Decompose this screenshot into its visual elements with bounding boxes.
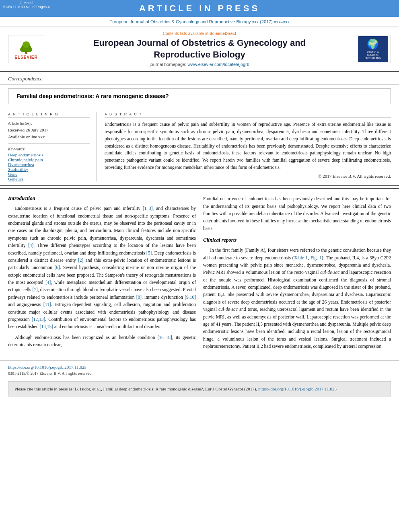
ref-14-15[interactable]: [14,15] (40, 324, 53, 329)
elsevier-tree-icon (16, 39, 36, 55)
citation-link[interactable]: https://doi.org/10.1016/j.ejogrb.2017.11… (258, 386, 337, 391)
ref-7[interactable]: [7] (32, 287, 37, 292)
article-info-label: A R T I C L E I N F O (8, 112, 90, 118)
doi-link[interactable]: https://doi.org/10.1016/j.ejogrb.2017.11… (8, 365, 86, 370)
intro-heading: Introduction (8, 195, 196, 201)
available-online: Available online xxx (8, 134, 90, 140)
ref-11[interactable]: [11] (43, 302, 51, 307)
abstract-copyright: © 2017 Elsevier B.V. All rights reserved… (105, 174, 391, 179)
ref-1-3[interactable]: [1–3] (143, 206, 153, 211)
ref-12-13[interactable]: [12,13] (32, 317, 45, 322)
journal-header: ELSEVIER Contents lists available at Sci… (0, 27, 399, 72)
ref-4[interactable]: [4] (28, 243, 33, 248)
journal-homepage: journal homepage: www.elsevier.com/locat… (44, 62, 355, 67)
homepage-link[interactable]: www.elsevier.com/locate/ejogrb (187, 62, 249, 67)
aip-banner-title: ARTICLE IN PRESS (139, 3, 260, 13)
ref-5[interactable]: [5] (146, 251, 152, 255)
ejog-logo: 🌍 OBSTET &GYNECOLREPROD BIOL (358, 36, 388, 62)
citation-box: Please cite this article in press as: B.… (8, 381, 391, 397)
ref-2[interactable]: [2] (78, 258, 83, 263)
ref-4b[interactable]: [4] (45, 280, 51, 285)
history-label: Article history: (8, 121, 90, 125)
ref-16-18[interactable]: [16–18] (157, 335, 172, 340)
article-info-left: A R T I C L E I N F O Article history: R… (8, 112, 97, 181)
ejog-logo-text: OBSTET &GYNECOLREPROD BIOL (364, 51, 381, 60)
article-title-box: Familial deep endometriosis: A rare mono… (8, 88, 391, 104)
sciencedirect-line: Contents lists available at ScienceDirec… (44, 31, 355, 36)
journal-subtitle-bar: European Journal of Obstetrics & Gynecol… (0, 17, 399, 27)
clinical-text: In the first family (Family A), four sis… (203, 246, 391, 350)
svg-point-4 (23, 41, 30, 48)
correspondence-label: Correspondence (8, 76, 42, 82)
keyword-5[interactable]: Gene (8, 172, 90, 177)
ref-9-10[interactable]: [9,10] (185, 295, 196, 300)
main-content: Introduction Endometriosis is a frequent… (0, 188, 399, 356)
intro-para2: Although endometriosis has been recogniz… (8, 334, 196, 349)
ref-fig1[interactable]: Fig. 1 (311, 255, 322, 260)
intro-para1: Endometriosis is a frequent cause of pel… (8, 205, 196, 331)
received-date: Received 26 July 2017 (8, 127, 90, 134)
journal-title-center: Contents lists available at ScienceDirec… (44, 31, 355, 67)
article-info-row: A R T I C L E I N F O Article history: R… (0, 108, 399, 185)
ref-6[interactable]: [6] (54, 265, 60, 270)
col-right: Familial occurrence of endometriosis has… (203, 195, 391, 350)
ref-table1[interactable]: Table 1 (294, 255, 308, 260)
globe-icon: 🌍 (367, 39, 379, 50)
elsevier-text: ELSEVIER (14, 55, 37, 60)
journal-subtitle-link[interactable]: European Journal of Obstetrics & Gynecol… (109, 19, 290, 24)
correspondence-section: Correspondence (0, 72, 399, 84)
keyword-6[interactable]: Genetics (8, 177, 90, 181)
aip-banner: G Model EURO 10130 No. of Pages 4 ARTICL… (0, 0, 399, 17)
elsevier-logo: ELSEVIER (8, 35, 44, 63)
article-info-right: A B S T R A C T Endometriosis is a frequ… (105, 112, 391, 181)
ref-8[interactable]: [8] (136, 295, 142, 300)
doi-rights: 0301-2115/© 2017 Elsevier B.V. All right… (8, 371, 391, 376)
abstract-label: A B S T R A C T (105, 112, 391, 118)
right-para1: Familial occurrence of endometriosis has… (203, 195, 391, 232)
citation-text: Please cite this article in press as: B.… (14, 386, 257, 391)
article-title: Familial deep endometriosis: A rare mono… (16, 93, 169, 99)
keywords-label: Keywords: (8, 147, 90, 151)
ejog-logo-box: 🌍 OBSTET &GYNECOLREPROD BIOL (355, 35, 391, 63)
clinical-heading: Clinical reports (203, 237, 391, 243)
journal-main-title: European Journal of Obstetrics & Gynecol… (44, 37, 355, 60)
g-model-line: G Model EURO 10130 No. of Pages 4 (3, 1, 50, 9)
keyword-1[interactable]: Deep endometriosis (8, 152, 90, 157)
col-left: Introduction Endometriosis is a frequent… (8, 195, 196, 350)
doi-footer: https://doi.org/10.1016/j.ejogrb.2017.11… (0, 360, 399, 377)
keyword-2[interactable]: Chronic pelvic pain (8, 157, 90, 162)
keyword-4[interactable]: Subfertility (8, 167, 90, 172)
keyword-3[interactable]: Dysmenorrhea (8, 162, 90, 167)
abstract-text: Endometriosis is a frequent cause of pel… (105, 121, 391, 171)
sciencedirect-brand: ScienceDirect (210, 31, 236, 36)
